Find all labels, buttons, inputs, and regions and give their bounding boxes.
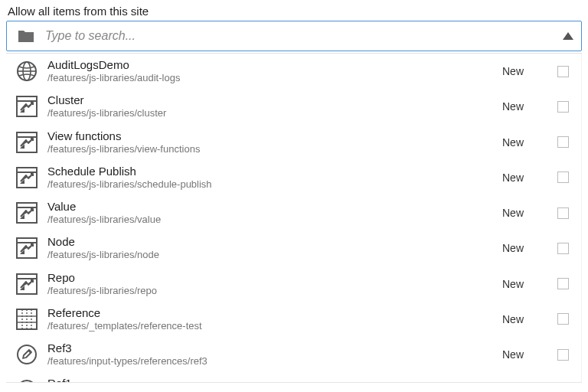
list-item-text: AuditLogsDemo/features/js-libraries/audi…: [47, 58, 502, 84]
list-item-path: /features/_templates/reference-test: [47, 320, 502, 332]
select-checkbox[interactable]: [557, 243, 569, 254]
status-badge: New: [502, 100, 548, 113]
list-item[interactable]: Ref3/features/input-types/references/ref…: [6, 337, 581, 372]
list-item-title: Node: [47, 235, 502, 249]
list-item[interactable]: Schedule Publish/features/js-libraries/s…: [6, 160, 581, 195]
list-item-text: Node/features/js-libraries/node: [47, 235, 502, 261]
list-item[interactable]: AuditLogsDemo/features/js-libraries/audi…: [6, 54, 581, 89]
list-item-title: Repo: [47, 271, 502, 285]
plane-icon: [15, 237, 38, 260]
list-item-text: Repo/features/js-libraries/repo: [47, 271, 502, 297]
list-item-path: /features/js-libraries/node: [47, 249, 502, 261]
list-item-text: Reference/features/_templates/reference-…: [47, 306, 502, 332]
status-badge: New: [502, 348, 548, 361]
list-item-title: Ref3: [47, 341, 502, 355]
list-item-text: Ref3/features/input-types/references/ref…: [47, 341, 502, 368]
list-item[interactable]: Ref1/features/input-types/references/ref…: [6, 372, 581, 383]
plane-icon: [15, 273, 38, 296]
folder-icon: [18, 29, 34, 43]
search-input[interactable]: [45, 29, 563, 43]
select-checkbox[interactable]: [557, 278, 569, 289]
status-badge: New: [502, 278, 548, 290]
list-item-title: Ref1: [47, 377, 502, 383]
svg-point-21: [18, 345, 36, 364]
globe-icon: [15, 60, 38, 83]
list-item[interactable]: Node/features/js-libraries/nodeNew: [6, 230, 581, 266]
list-item-path: /features/js-libraries/audit-logs: [47, 72, 502, 84]
list-item[interactable]: Cluster/features/js-libraries/clusterNew: [6, 89, 581, 124]
list-item-path: /features/js-libraries/value: [47, 214, 502, 226]
list-item-path: /features/input-types/references/ref3: [47, 355, 502, 368]
search-bar: [6, 21, 582, 51]
results-list[interactable]: AuditLogsDemo/features/js-libraries/audi…: [6, 54, 582, 383]
list-item-title: Cluster: [47, 93, 502, 107]
list-item-text: View functions/features/js-libraries/vie…: [47, 129, 502, 155]
status-badge: New: [502, 65, 548, 77]
list-item-title: Reference: [47, 306, 502, 320]
status-badge: New: [502, 313, 548, 325]
list-item[interactable]: Repo/features/js-libraries/repoNew: [6, 266, 581, 302]
collapse-icon[interactable]: [563, 32, 573, 40]
list-item-path: /features/js-libraries/repo: [47, 285, 502, 297]
list-item-title: AuditLogsDemo: [47, 58, 502, 72]
list-item-path: /features/js-libraries/cluster: [47, 107, 502, 119]
select-checkbox[interactable]: [557, 101, 569, 113]
plane-icon: [15, 201, 38, 224]
select-checkbox[interactable]: [557, 207, 569, 219]
list-item-text: Ref1/features/input-types/references/ref…: [47, 377, 502, 383]
plane-icon: [15, 166, 38, 189]
results-panel: AuditLogsDemo/features/js-libraries/audi…: [6, 53, 582, 383]
pencil-icon: [15, 343, 38, 366]
list-item[interactable]: Value/features/js-libraries/valueNew: [6, 195, 581, 230]
svg-point-23: [18, 381, 36, 383]
status-badge: New: [502, 136, 548, 149]
select-checkbox[interactable]: [557, 349, 569, 361]
list-item-title: Schedule Publish: [47, 165, 502, 178]
plane-icon: [15, 95, 38, 118]
allow-all-label: Allow all items from this site: [6, 3, 582, 21]
list-item-title: View functions: [47, 129, 502, 143]
select-checkbox[interactable]: [557, 136, 569, 148]
list-item[interactable]: Reference/features/_templates/reference-…: [6, 302, 581, 337]
list-item-text: Cluster/features/js-libraries/cluster: [47, 93, 502, 119]
list-item-title: Value: [47, 200, 502, 214]
status-badge: New: [502, 207, 548, 219]
list-item-text: Schedule Publish/features/js-libraries/s…: [47, 165, 502, 191]
list-item-text: Value/features/js-libraries/value: [47, 200, 502, 226]
plane-icon: [15, 131, 38, 154]
list-item-path: /features/js-libraries/view-functions: [47, 143, 502, 155]
select-checkbox[interactable]: [557, 66, 569, 77]
grid-icon: [15, 308, 38, 331]
select-checkbox[interactable]: [557, 172, 569, 183]
select-checkbox[interactable]: [557, 313, 569, 325]
list-item[interactable]: View functions/features/js-libraries/vie…: [6, 125, 581, 160]
status-badge: New: [502, 172, 548, 184]
status-badge: New: [502, 242, 548, 254]
pencil-icon: [15, 378, 38, 383]
list-item-path: /features/js-libraries/schedule-publish: [47, 178, 502, 191]
